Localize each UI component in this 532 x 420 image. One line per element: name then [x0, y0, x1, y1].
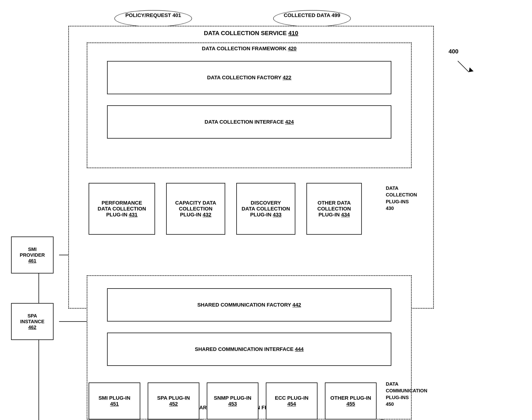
spa-plugin-label: SPA PLUG-IN452	[157, 395, 190, 407]
data-collection-service-label: DATA COLLECTION SERVICE 410	[69, 30, 433, 37]
spa-instance-box: SPAINSTANCE462	[11, 303, 54, 340]
ref-400-label: 400	[448, 48, 458, 55]
data-collection-interface-label: DATA COLLECTION INTERFACE 424	[205, 119, 294, 125]
plugin-434-box: OTHER DATA COLLECTION PLUG-IN 434	[307, 183, 362, 235]
diagram: POLICY/REQUEST 401 COLLECTED DATA 499 DA…	[0, 0, 532, 420]
snmp-plugin-box: SNMP PLUG-IN453	[207, 382, 258, 420]
plugin-433-box: DISCOVERY DATA COLLECTION PLUG-IN 433	[236, 183, 295, 235]
ecc-plugin-label: ECC PLUG-IN454	[275, 395, 308, 407]
plugin-432-label: CAPACITY DATA COLLECTION PLUG-IN 432	[175, 200, 216, 218]
data-collection-plugins-label: DATACOLLECTIONPLUG-INS430	[386, 185, 417, 212]
smi-plugin-box: SMI PLUG-IN451	[89, 382, 140, 420]
shared-comm-interface-label: SHARED COMMUNICATION INTERFACE 444	[195, 346, 304, 352]
other-plugin-box: OTHER PLUG-IN455	[325, 382, 377, 420]
shared-comm-interface-box: SHARED COMMUNICATION INTERFACE 444	[107, 333, 391, 366]
collected-data-label: COLLECTED DATA 499	[273, 10, 351, 27]
smi-provider-box: SMIPROVIDER461	[11, 237, 54, 273]
shared-comm-factory-label: SHARED COMMUNICATION FACTORY 442	[197, 302, 301, 308]
plugin-433-label: DISCOVERY DATA COLLECTION PLUG-IN 433	[242, 200, 290, 218]
plugin-434-label: OTHER DATA COLLECTION PLUG-IN 434	[317, 200, 351, 218]
snmp-plugin-label: SNMP PLUG-IN453	[214, 395, 251, 407]
data-communication-plugins-label: DATACOMMUNICATIONPLUG-INS450	[386, 381, 427, 408]
spa-plugin-box: SPA PLUG-IN452	[148, 382, 199, 420]
data-collection-framework-label: DATA COLLECTION FRAMEWORK 420	[87, 46, 411, 52]
shared-comm-factory-box: SHARED COMMUNICATION FACTORY 442	[107, 288, 391, 321]
svg-line-61	[458, 61, 469, 72]
plugin-431-box: PERFORMANCE DATA COLLECTION PLUG-IN 431	[89, 183, 155, 235]
smi-provider-label: SMIPROVIDER461	[20, 246, 45, 264]
plugin-431-label: PERFORMANCE DATA COLLECTION PLUG-IN 431	[98, 200, 146, 218]
policy-request-label: POLICY/REQUEST 401	[114, 10, 192, 27]
plugin-432-box: CAPACITY DATA COLLECTION PLUG-IN 432	[166, 183, 225, 235]
data-collection-interface-box: DATA COLLECTION INTERFACE 424	[107, 105, 391, 139]
spa-instance-label: SPAINSTANCE462	[20, 313, 44, 330]
smi-plugin-label: SMI PLUG-IN451	[98, 395, 130, 407]
data-collection-factory-label: DATA COLLECTION FACTORY 422	[207, 75, 291, 81]
ecc-plugin-box: ECC PLUG-IN454	[266, 382, 318, 420]
other-plugin-label: OTHER PLUG-IN455	[330, 395, 371, 407]
data-collection-factory-box: DATA COLLECTION FACTORY 422	[107, 61, 391, 94]
